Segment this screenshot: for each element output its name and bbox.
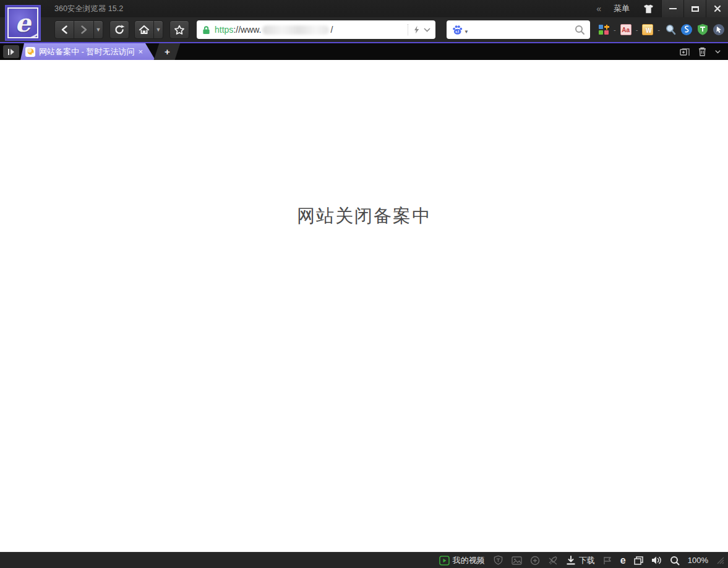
extensions-grid-icon[interactable] [599,25,609,35]
sidebar-expand-button[interactable] [3,45,19,58]
status-bar: 我的视频 下载 e 100% [0,552,728,568]
tab-strip: 网站备案中 - 暂时无法访问 × + [0,43,728,60]
download-button[interactable]: 下载 [566,555,595,566]
menu-button[interactable]: 菜单 [607,3,636,14]
search-icon[interactable] [575,25,585,35]
speaker-icon[interactable] [651,556,662,565]
page-content: 网站关闭备案中 [0,60,728,552]
refresh-icon [114,24,125,35]
report-flag-icon[interactable] [603,556,612,565]
video-play-icon [439,556,450,566]
lock-icon [202,25,211,35]
rocket-boost-icon[interactable] [548,556,558,566]
close-icon [714,5,721,12]
forward-icon [80,25,88,34]
url-dropdown-chevron-icon[interactable] [424,28,430,32]
my-videos-label: 我的视频 [453,555,485,566]
chevron-down-icon: ▼ [156,27,161,33]
minimize-icon [669,8,677,9]
back-icon [61,25,68,34]
download-icon [566,556,576,566]
favorites-button[interactable] [169,20,189,39]
url-text: https://www./ [215,25,333,35]
titlebar: 360安全浏览器 15.2 « 菜单 [0,0,728,17]
history-nav-group: ▼ [54,20,103,39]
navigation-toolbar: ▼ ▼ https://www./ [0,17,728,42]
window-buttons [661,0,728,17]
page-zoom-magnifier-icon[interactable] [664,23,677,36]
history-dropdown-button[interactable]: ▼ [94,20,103,39]
search-box[interactable]: ▼ [447,20,590,39]
skin-tshirt-icon[interactable] [636,4,661,14]
ie-e-logo-icon: e [7,7,38,38]
tab-list-chevron-icon[interactable] [715,50,721,54]
resize-grip[interactable] [716,556,724,564]
search-input[interactable] [470,22,575,37]
tab-active[interactable]: 网站备案中 - 暂时无法访问 × [20,43,155,60]
multi-window-icon[interactable] [634,556,643,565]
360-service-icon[interactable] [680,23,693,36]
titlebar-controls: « 菜单 [590,0,728,17]
zoom-search-icon[interactable] [670,556,680,566]
maximize-icon [692,6,699,12]
minimize-button[interactable] [661,0,683,17]
zoom-level[interactable]: 100% [688,556,708,565]
ie-compatibility-icon[interactable]: e [620,556,626,566]
sidebar-expand-icon [8,49,9,55]
home-group: ▼ [134,20,163,39]
w-extension-icon[interactable]: W [642,24,653,35]
reopen-closed-tab-icon[interactable] [680,47,690,56]
tabstrip-right-controls [680,43,728,60]
search-engine-dropdown-icon[interactable]: ▼ [464,29,469,35]
refresh-button[interactable] [109,20,129,39]
tab-title: 网站备案中 - 暂时无法访问 [39,46,134,57]
tab-favicon-icon [25,47,35,57]
site-safety-shield-icon[interactable] [493,555,503,566]
maximize-button[interactable] [683,0,706,17]
browser-window: 360安全浏览器 15.2 « 菜单 e [0,0,728,568]
ad-block-shield-icon[interactable] [696,23,709,36]
font-aa-extension-icon[interactable]: Aa [620,24,632,35]
window-title: 360安全浏览器 15.2 [54,4,123,14]
tab-close-icon[interactable]: × [138,48,143,56]
extension-dropdown-icon[interactable]: - [657,26,661,33]
new-tab-button[interactable]: + [154,43,181,60]
forward-button[interactable] [74,20,94,39]
browser-logo[interactable]: e [5,5,41,41]
download-label: 下载 [579,555,595,566]
page-message: 网站关闭备案中 [0,204,728,229]
star-icon [174,25,185,35]
collapse-menu-icon[interactable]: « [590,4,607,14]
extension-dropdown-icon[interactable]: - [613,26,617,33]
chevron-down-icon: ▼ [96,27,101,33]
back-button[interactable] [54,20,74,39]
mouse-cursor-gesture-icon[interactable] [713,23,725,36]
baidu-search-engine-icon[interactable] [452,24,463,35]
extension-icons: - Aa - W - [599,23,725,36]
lightning-icon[interactable] [414,25,419,34]
image-display-icon[interactable] [512,556,522,565]
close-button[interactable] [706,0,728,17]
home-button[interactable] [134,20,154,39]
censored-host [262,25,329,35]
speed-mode-icon[interactable] [530,556,540,566]
my-videos-button[interactable]: 我的视频 [439,555,485,566]
address-bar[interactable]: https://www./ [197,20,435,39]
home-icon [139,25,150,35]
plus-icon: + [165,47,170,56]
home-dropdown-button[interactable]: ▼ [154,20,163,39]
extension-dropdown-icon[interactable]: - [635,26,639,33]
trash-icon[interactable] [698,47,706,56]
